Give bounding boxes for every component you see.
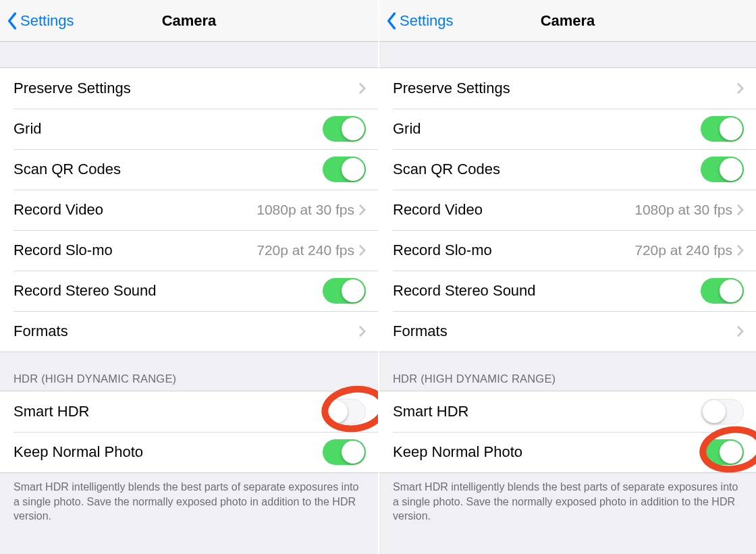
chevron-right-icon: [736, 82, 744, 94]
settings-row[interactable]: Formats: [379, 311, 756, 352]
toggle-switch[interactable]: [323, 399, 366, 424]
row-label: Formats: [393, 323, 448, 340]
toggle-knob: [703, 400, 726, 423]
settings-list: Preserve SettingsGridScan QR CodesRecord…: [0, 67, 378, 352]
chevron-right-icon: [358, 325, 366, 337]
row-detail: 720p at 240 fps: [256, 242, 354, 258]
row-label: Record Stereo Sound: [14, 282, 157, 300]
toggle-switch[interactable]: [701, 399, 744, 424]
toggle-switch[interactable]: [323, 157, 366, 182]
back-label: Settings: [400, 12, 454, 30]
toggle-knob: [720, 117, 742, 140]
settings-list: Smart HDRKeep Normal Photo: [0, 391, 378, 473]
settings-row: Grid: [379, 109, 756, 149]
chevron-right-icon: [358, 82, 366, 94]
settings-row[interactable]: Preserve Settings: [0, 68, 378, 109]
row-label: Preserve Settings: [14, 80, 131, 97]
settings-row: Smart HDR: [379, 391, 756, 432]
toggle-knob: [342, 158, 364, 181]
row-label: Record Stereo Sound: [393, 282, 536, 300]
section-footer: Smart HDR intelligently blends the best …: [379, 473, 756, 524]
toggle-switch[interactable]: [701, 116, 744, 142]
chevron-right-icon: [358, 244, 366, 256]
section-footer: Smart HDR intelligently blends the best …: [0, 473, 378, 524]
settings-list: Smart HDRKeep Normal Photo: [379, 391, 756, 473]
toggle-switch[interactable]: [701, 439, 744, 465]
toggle-knob: [342, 441, 364, 464]
row-label: Grid: [14, 120, 42, 138]
row-label: Keep Normal Photo: [393, 443, 522, 461]
chevron-right-icon: [736, 204, 744, 216]
row-label: Record Video: [14, 201, 103, 219]
settings-row[interactable]: Record Slo-mo720p at 240 fps: [0, 230, 378, 271]
header: SettingsCamera: [0, 0, 378, 42]
settings-panel: SettingsCameraPreserve SettingsGridScan …: [0, 0, 378, 554]
settings-list: Preserve SettingsGridScan QR CodesRecord…: [379, 67, 756, 352]
row-label: Record Slo-mo: [14, 242, 113, 259]
settings-row: Keep Normal Photo: [0, 432, 378, 472]
header: SettingsCamera: [379, 0, 756, 42]
toggle-switch[interactable]: [323, 278, 366, 304]
section-header: HDR (HIGH DYNAMIC RANGE): [0, 372, 378, 391]
settings-row[interactable]: Record Video1080p at 30 fps: [0, 190, 378, 230]
row-detail: 1080p at 30 fps: [634, 202, 732, 218]
settings-row: Record Stereo Sound: [0, 271, 378, 311]
toggle-switch[interactable]: [323, 116, 366, 142]
chevron-left-icon: [386, 12, 397, 30]
back-button[interactable]: Settings: [386, 0, 454, 42]
row-label: Grid: [393, 120, 421, 138]
settings-row[interactable]: Record Video1080p at 30 fps: [379, 190, 756, 230]
row-detail: 720p at 240 fps: [634, 242, 732, 258]
toggle-switch[interactable]: [701, 157, 744, 182]
row-label: Record Slo-mo: [393, 242, 492, 259]
settings-row[interactable]: Preserve Settings: [379, 68, 756, 109]
row-label: Smart HDR: [393, 403, 468, 420]
toggle-knob: [720, 441, 742, 464]
settings-row[interactable]: Formats: [0, 311, 378, 352]
settings-row: Smart HDR: [0, 391, 378, 432]
settings-row: Scan QR Codes: [379, 149, 756, 190]
chevron-left-icon: [7, 12, 18, 30]
page-title: Camera: [541, 12, 595, 30]
toggle-knob: [342, 117, 364, 140]
chevron-right-icon: [736, 244, 744, 256]
row-label: Keep Normal Photo: [14, 443, 143, 461]
row-label: Preserve Settings: [393, 80, 510, 97]
row-label: Scan QR Codes: [393, 161, 500, 178]
row-label: Smart HDR: [14, 403, 89, 420]
section-header: HDR (HIGH DYNAMIC RANGE): [379, 372, 756, 391]
row-label: Record Video: [393, 201, 483, 219]
chevron-right-icon: [736, 325, 744, 337]
toggle-knob: [720, 279, 742, 302]
back-label: Settings: [20, 12, 74, 30]
settings-row[interactable]: Record Slo-mo720p at 240 fps: [379, 230, 756, 271]
settings-panel: SettingsCameraPreserve SettingsGridScan …: [378, 0, 756, 554]
settings-row: Keep Normal Photo: [379, 432, 756, 472]
toggle-switch[interactable]: [323, 439, 366, 465]
page-title: Camera: [162, 12, 217, 30]
toggle-knob: [325, 400, 348, 423]
back-button[interactable]: Settings: [7, 0, 74, 42]
settings-row: Record Stereo Sound: [379, 271, 756, 311]
row-label: Formats: [14, 323, 68, 340]
settings-row: Grid: [0, 109, 378, 149]
chevron-right-icon: [358, 204, 366, 216]
toggle-switch[interactable]: [701, 278, 744, 304]
row-label: Scan QR Codes: [14, 161, 121, 178]
settings-row: Scan QR Codes: [0, 149, 378, 190]
toggle-knob: [342, 279, 364, 302]
toggle-knob: [720, 158, 742, 181]
row-detail: 1080p at 30 fps: [256, 202, 354, 218]
